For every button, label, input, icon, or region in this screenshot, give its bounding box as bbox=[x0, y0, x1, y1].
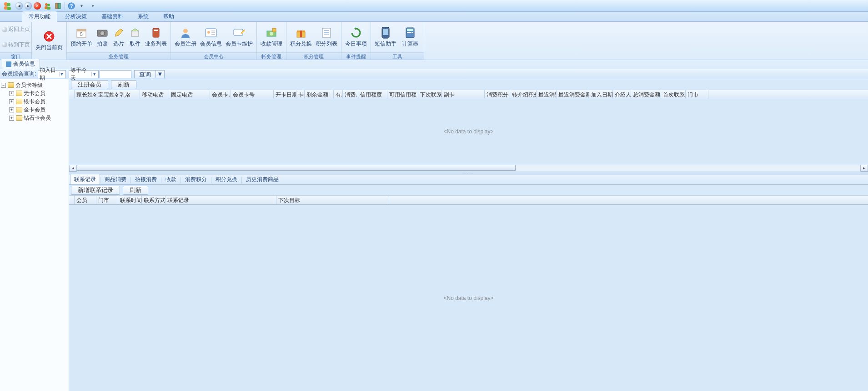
tree-item[interactable]: +银卡会员 bbox=[9, 97, 68, 106]
photo-button[interactable]: 拍照 bbox=[94, 23, 110, 51]
nav-back-button: 返回上页 bbox=[2, 22, 30, 37]
collect-mgmt-button[interactable]: 收款管理 bbox=[259, 23, 284, 51]
query-value-input[interactable] bbox=[100, 70, 131, 78]
book-open-button[interactable]: 5预约开单 bbox=[69, 23, 94, 51]
column-header[interactable]: 消费积分 bbox=[485, 90, 510, 99]
subtab[interactable]: 联系记录 bbox=[70, 174, 100, 184]
help-icon[interactable]: ? bbox=[67, 2, 75, 10]
member-card-button[interactable]: 会员卡维护 bbox=[224, 23, 255, 51]
subtab[interactable]: 积分兑换 bbox=[211, 174, 241, 184]
column-header[interactable]: 可用信用额 bbox=[387, 90, 418, 99]
column-header[interactable]: 有.. bbox=[334, 90, 343, 99]
subtab[interactable]: 历史消费商品 bbox=[242, 174, 283, 184]
tab-basedata[interactable]: 基础资料 bbox=[95, 11, 130, 22]
column-header[interactable]: 开卡日期 bbox=[274, 90, 296, 99]
column-header[interactable]: 家长姓名 bbox=[75, 90, 96, 99]
tree-item[interactable]: +金卡会员 bbox=[9, 106, 68, 114]
column-header[interactable]: 信用额度 bbox=[358, 90, 387, 99]
calc-button[interactable]: 计算器 bbox=[398, 23, 422, 51]
svg-rect-18 bbox=[131, 31, 139, 36]
help-dropdown-icon[interactable]: ▼ bbox=[80, 4, 84, 8]
lower-grid-body: <No data to display> bbox=[69, 205, 868, 391]
qat-back-icon[interactable]: ◄ bbox=[15, 2, 23, 10]
column-header[interactable]: 门市 bbox=[686, 90, 708, 99]
column-header[interactable]: 移动电话 bbox=[140, 90, 169, 99]
svg-rect-9 bbox=[58, 3, 60, 9]
today-button[interactable]: 今日事项 bbox=[343, 23, 369, 51]
upper-hscroll[interactable]: ◄ ► bbox=[69, 164, 868, 172]
points-list-button[interactable]: 积分列表 bbox=[314, 23, 339, 51]
column-header[interactable]: 会员卡号 bbox=[231, 90, 274, 99]
column-header[interactable]: 门市 bbox=[96, 196, 118, 204]
expand-icon[interactable]: + bbox=[9, 99, 14, 104]
column-header[interactable]: 最近消费金额 bbox=[557, 90, 589, 99]
row-selector-header[interactable] bbox=[69, 90, 75, 99]
sms-button[interactable]: 短信助手 bbox=[373, 23, 398, 51]
query-bar: 会员综合查询: 加入日期▼ 等于今天▼ 查询 ▼ bbox=[0, 69, 868, 79]
add-contact-button[interactable]: 新增联系记录 bbox=[71, 186, 120, 195]
scroll-thumb[interactable] bbox=[77, 165, 516, 171]
svg-rect-8 bbox=[55, 3, 58, 9]
expand-icon[interactable]: + bbox=[9, 116, 14, 121]
qat-close-icon[interactable]: ✕ bbox=[34, 2, 41, 10]
refresh-button[interactable]: 刷新 bbox=[111, 80, 136, 89]
biz-list-button[interactable]: 业务列表 bbox=[143, 23, 169, 51]
column-header[interactable]: 首次联系… bbox=[661, 90, 686, 99]
query-op-combo[interactable]: 等于今天▼ bbox=[69, 70, 99, 78]
close-current-button[interactable]: 关闭当前页 bbox=[34, 27, 65, 55]
column-header[interactable]: 联系记录 bbox=[166, 196, 276, 204]
expand-icon[interactable]: + bbox=[9, 107, 14, 112]
column-header[interactable]: 联系时间 bbox=[118, 196, 142, 204]
column-header[interactable]: 会员 bbox=[75, 196, 96, 204]
column-header[interactable]: 下次目标 bbox=[276, 196, 389, 204]
tree-root[interactable]: − 会员卡等级 bbox=[1, 81, 68, 89]
column-header[interactable]: 消费… bbox=[343, 90, 358, 99]
subtab[interactable]: 收款 bbox=[161, 174, 181, 184]
users-icon[interactable] bbox=[43, 2, 51, 10]
query-search-button[interactable]: 查询 bbox=[134, 70, 156, 78]
column-header[interactable]: 宝宝姓名 bbox=[96, 90, 118, 99]
column-header[interactable]: 卡.. bbox=[296, 90, 305, 99]
svg-point-17 bbox=[100, 31, 105, 36]
pickup-button[interactable]: 取件 bbox=[127, 23, 143, 51]
member-info-button[interactable]: 会员信息 bbox=[198, 23, 224, 51]
collapse-icon[interactable]: − bbox=[1, 83, 6, 88]
tab-system[interactable]: 系统 bbox=[131, 11, 156, 22]
refresh-lower-button[interactable]: 刷新 bbox=[123, 186, 148, 195]
column-header[interactable]: 会员卡… bbox=[210, 90, 231, 99]
column-header[interactable]: 剩余金额 bbox=[305, 90, 334, 99]
scroll-right-icon[interactable]: ► bbox=[860, 165, 868, 172]
tab-help[interactable]: 帮助 bbox=[156, 11, 181, 22]
book-icon[interactable] bbox=[54, 2, 62, 10]
column-header[interactable]: 下次联系… bbox=[418, 90, 442, 99]
scroll-left-icon[interactable]: ◄ bbox=[69, 165, 77, 172]
qat-customize-icon[interactable]: ▾ bbox=[92, 4, 94, 8]
tree-item[interactable]: +钻石卡会员 bbox=[9, 114, 68, 122]
chevron-down-icon: ▼ bbox=[91, 72, 97, 76]
subtab[interactable]: 商品消费 bbox=[100, 174, 130, 184]
points-exchange-button[interactable]: 积分兑换 bbox=[288, 23, 314, 51]
tab-common[interactable]: 常用功能 bbox=[22, 11, 57, 22]
column-header[interactable]: 联系方式 bbox=[142, 196, 166, 204]
column-header[interactable]: 总消费金额 bbox=[631, 90, 661, 99]
column-header[interactable]: 最近消费… bbox=[537, 90, 557, 99]
expand-icon[interactable]: + bbox=[9, 91, 14, 96]
column-header[interactable]: 固定电话 bbox=[169, 90, 210, 99]
column-header[interactable]: 加入日期 bbox=[589, 90, 613, 99]
svg-rect-30 bbox=[272, 28, 276, 32]
query-dropdown-button[interactable]: ▼ bbox=[156, 70, 164, 78]
query-field-combo[interactable]: 加入日期▼ bbox=[38, 70, 66, 78]
tree-item[interactable]: +无卡会员 bbox=[9, 89, 68, 97]
row-selector-header[interactable] bbox=[69, 196, 75, 204]
column-header[interactable]: 转介绍积分 bbox=[510, 90, 537, 99]
qat-forward-icon[interactable]: ► bbox=[25, 2, 32, 10]
doc-tab-member-info[interactable]: 会员信息 bbox=[1, 59, 40, 69]
column-header[interactable]: 乳名 bbox=[118, 90, 140, 99]
member-reg-button[interactable]: 会员注册 bbox=[173, 23, 198, 51]
subtab[interactable]: 消费积分 bbox=[181, 174, 211, 184]
column-header[interactable]: 介绍人 bbox=[613, 90, 631, 99]
column-header[interactable]: 副卡 bbox=[442, 90, 485, 99]
subtab[interactable]: 拍摄消费 bbox=[131, 174, 161, 184]
select-slice-button[interactable]: 选片 bbox=[110, 23, 127, 51]
tab-analysis[interactable]: 分析决策 bbox=[58, 11, 94, 22]
